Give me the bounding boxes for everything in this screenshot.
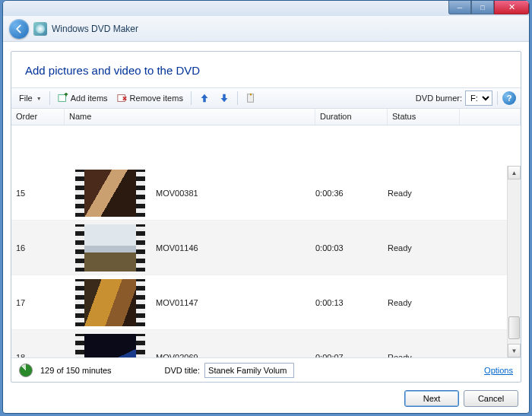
separator [49, 91, 50, 105]
minimize-button[interactable]: ─ [448, 1, 471, 14]
cell-duration: 0:00:13 [315, 298, 388, 307]
burner-select[interactable]: F: [465, 91, 492, 106]
cell-name: MOV00381 [156, 189, 315, 198]
maximize-button[interactable]: □ [471, 1, 494, 14]
arrow-up-icon [199, 93, 210, 103]
footer: 129 of 150 minutes DVD title: Options [11, 357, 521, 382]
cell-order: 16 [11, 243, 65, 252]
move-up-button[interactable] [196, 91, 213, 105]
move-down-button[interactable] [216, 91, 233, 105]
remove-icon [117, 93, 128, 103]
help-button[interactable]: ? [502, 91, 516, 105]
add-items-label: Add items [71, 94, 108, 103]
cell-order: 15 [11, 189, 65, 198]
scroll-thumb[interactable] [508, 316, 520, 339]
next-button[interactable]: Next [404, 390, 459, 407]
separator [237, 91, 238, 105]
table-row[interactable]: 15MOV003810:00:36Ready [11, 166, 507, 221]
svg-rect-0 [59, 95, 66, 102]
dvd-title-input[interactable] [204, 363, 294, 378]
cell-duration: 0:00:36 [315, 189, 388, 198]
scroll-down-button[interactable]: ▼ [508, 344, 521, 357]
film-thumbnail [75, 224, 145, 272]
app-title: Windows DVD Maker [52, 24, 138, 34]
file-label: File [19, 94, 33, 103]
properties-button[interactable] [242, 91, 259, 105]
minutes-used: 129 of 150 minutes [40, 366, 112, 375]
app-window: ─ □ ✕ Windows DVD Maker Add pictures and… [2, 0, 530, 414]
cell-name: MOV01147 [156, 298, 315, 307]
options-link[interactable]: Options [484, 366, 513, 375]
titlebar: ─ □ ✕ [3, 1, 529, 16]
col-order[interactable]: Order [11, 109, 65, 125]
film-thumbnail [75, 279, 145, 326]
window-controls: ─ □ ✕ [448, 1, 529, 14]
remove-items-label: Remove items [130, 94, 183, 103]
column-headers: Order Name Duration Status [11, 109, 521, 125]
cell-name: MOV01146 [156, 243, 315, 252]
col-name[interactable]: Name [65, 109, 315, 125]
back-button[interactable] [9, 19, 29, 39]
col-spacer [460, 109, 521, 125]
page-heading: Add pictures and video to the DVD [11, 52, 521, 87]
help-icon: ? [507, 94, 512, 103]
list-inner: 15MOV003810:00:36Ready16MOV011460:00:03R… [11, 166, 507, 357]
cell-thumb [65, 334, 156, 358]
cell-order: 17 [11, 298, 65, 307]
file-menu[interactable]: File ▼ [16, 92, 45, 104]
properties-icon [245, 93, 256, 103]
col-status[interactable]: Status [388, 109, 460, 125]
toolbar: File ▼ Add items Remove items [11, 87, 521, 109]
cell-status: Ready [388, 298, 460, 307]
add-icon [58, 93, 68, 103]
cell-thumb [65, 224, 156, 272]
separator [497, 91, 498, 105]
table-row[interactable]: 16MOV011460:00:03Ready [11, 221, 507, 275]
arrow-down-icon [219, 93, 230, 103]
film-thumbnail [75, 334, 145, 358]
table-row[interactable]: 17MOV011470:00:13Ready [11, 275, 507, 330]
dvd-title-label: DVD title: [165, 366, 200, 375]
cell-thumb [65, 170, 156, 217]
cell-duration: 0:00:03 [315, 243, 388, 252]
burner-label: DVD burner: [416, 94, 462, 103]
separator [191, 91, 192, 105]
table-row[interactable]: 18MOV020690:00:07Ready [11, 330, 507, 357]
cancel-button[interactable]: Cancel [464, 390, 518, 407]
scroll-up-button[interactable]: ▲ [508, 166, 521, 179]
content-panel: Add pictures and video to the DVD File ▼… [11, 51, 521, 383]
chevron-down-icon: ▼ [36, 96, 42, 101]
close-button[interactable]: ✕ [494, 1, 529, 14]
add-items-button[interactable]: Add items [55, 91, 111, 105]
nav-bar: Windows DVD Maker [3, 16, 529, 42]
dialog-buttons: Next Cancel [404, 390, 518, 407]
cell-status: Ready [388, 189, 460, 198]
app-icon [33, 22, 47, 36]
film-thumbnail [75, 170, 145, 217]
list-area: 15MOV003810:00:36Ready16MOV011460:00:03R… [11, 166, 521, 357]
disc-usage-icon [19, 364, 33, 377]
scrollbar[interactable]: ▲ ▼ [507, 166, 521, 357]
cell-thumb [65, 279, 156, 326]
col-duration[interactable]: Duration [315, 109, 388, 125]
scroll-track[interactable] [508, 179, 521, 344]
cell-status: Ready [388, 243, 460, 252]
dvd-title-group: DVD title: [165, 363, 294, 378]
remove-items-button[interactable]: Remove items [114, 91, 186, 105]
